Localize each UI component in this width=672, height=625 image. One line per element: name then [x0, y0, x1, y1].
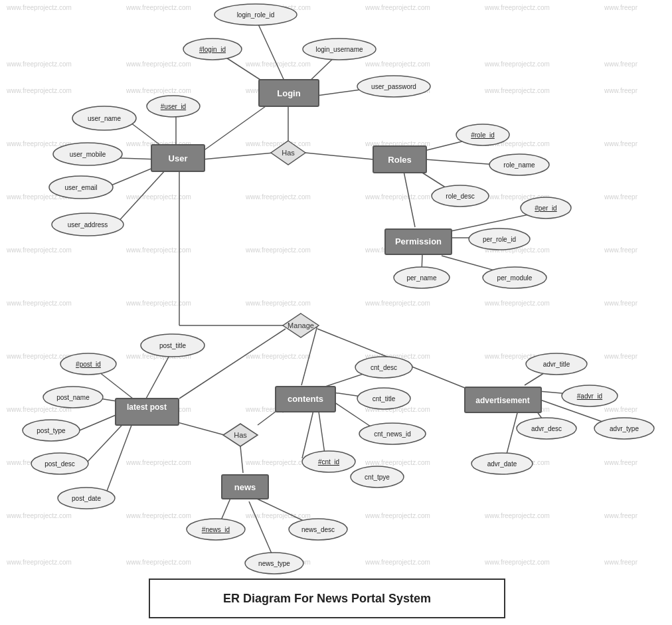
svg-text:www.freeprojectz.com: www.freeprojectz.com — [484, 559, 550, 566]
svg-line-72 — [256, 19, 287, 86]
svg-text:Has: Has — [234, 431, 247, 439]
svg-text:www.freeprojectz.com: www.freeprojectz.com — [484, 512, 550, 519]
svg-text:#login_id: #login_id — [199, 46, 226, 53]
svg-text:www.freeprojectz.com: www.freeprojectz.com — [365, 193, 430, 201]
svg-line-78 — [305, 153, 373, 159]
svg-text:www.freeprojectz.com: www.freeprojectz.com — [6, 87, 72, 94]
svg-text:www.freeprojectz.com: www.freeprojectz.com — [126, 4, 191, 11]
svg-text:www.freeprojectz.com: www.freeprojectz.com — [6, 4, 72, 11]
svg-text:latest post: latest post — [127, 402, 167, 412]
svg-text:user_address: user_address — [68, 221, 108, 228]
svg-text:www.freeprojectz.com: www.freeprojectz.com — [126, 60, 191, 68]
svg-text:www.freeprojectz.com: www.freeprojectz.com — [126, 559, 191, 566]
svg-text:post_date: post_date — [72, 495, 101, 502]
svg-line-79 — [203, 153, 274, 159]
svg-text:www.freeprojectz.com: www.freeprojectz.com — [6, 353, 72, 360]
svg-line-76 — [196, 103, 270, 156]
svg-text:www.freepr: www.freepr — [604, 300, 638, 307]
svg-text:login_username: login_username — [315, 46, 363, 53]
svg-text:www.freepr: www.freepr — [604, 193, 638, 201]
svg-text:User: User — [169, 153, 188, 163]
svg-text:www.freepr: www.freepr — [604, 353, 638, 360]
svg-text:www.freeprojectz.com: www.freeprojectz.com — [126, 193, 191, 201]
svg-text:user_mobile: user_mobile — [70, 151, 106, 158]
svg-text:www.freeprojectz.com: www.freeprojectz.com — [126, 246, 191, 254]
svg-text:www.freeprojectz.com: www.freeprojectz.com — [365, 512, 430, 519]
caption-box: ER Diagram For News Portal System — [149, 579, 505, 618]
svg-text:user_email: user_email — [65, 184, 98, 191]
svg-text:#news_id: #news_id — [202, 526, 230, 533]
svg-text:per_role_id: per_role_id — [483, 236, 516, 243]
svg-text:www.freeprojectz.com: www.freeprojectz.com — [245, 140, 311, 147]
svg-text:cnt_desc: cnt_desc — [371, 364, 397, 371]
svg-text:www.freeprojectz.com: www.freeprojectz.com — [365, 300, 430, 307]
svg-text:cnt_news_id: cnt_news_id — [374, 430, 411, 438]
svg-text:cnt_tpye: cnt_tpye — [365, 474, 390, 481]
svg-text:#advr_id: #advr_id — [577, 393, 602, 400]
svg-text:www.freeprojectz.com: www.freeprojectz.com — [365, 60, 430, 68]
svg-text:www.freeprojectz.com: www.freeprojectz.com — [245, 246, 311, 254]
svg-text:www.freeprojectz.com: www.freeprojectz.com — [245, 300, 311, 307]
svg-text:Permission: Permission — [395, 236, 442, 246]
svg-text:post_desc: post_desc — [44, 460, 75, 468]
svg-text:www.freeprojectz.com: www.freeprojectz.com — [6, 559, 72, 566]
svg-text:#per_id: #per_id — [535, 205, 556, 212]
svg-text:Has: Has — [282, 149, 295, 157]
svg-text:#role_id: #role_id — [471, 132, 495, 139]
svg-text:www.freeprojectz.com: www.freeprojectz.com — [126, 87, 191, 94]
svg-text:www.freeprojectz.com: www.freeprojectz.com — [6, 246, 72, 254]
svg-text:www.freepr: www.freepr — [604, 140, 638, 147]
svg-text:news_type: news_type — [258, 560, 290, 567]
svg-text:post_name: post_name — [56, 394, 90, 401]
svg-text:www.freepr: www.freepr — [604, 406, 638, 413]
svg-text:www.freeprojectz.com: www.freeprojectz.com — [365, 559, 430, 566]
svg-text:www.freeprojectz.com: www.freeprojectz.com — [245, 353, 311, 360]
svg-text:login_role_id: login_role_id — [237, 11, 275, 19]
svg-text:advertisement: advertisement — [475, 396, 529, 405]
svg-text:www.freeprojectz.com: www.freeprojectz.com — [365, 459, 430, 466]
svg-text:news: news — [234, 482, 256, 492]
svg-text:per_module: per_module — [497, 274, 533, 282]
svg-text:www.freeprojectz.com: www.freeprojectz.com — [126, 300, 191, 307]
svg-text:www.freeprojectz.com: www.freeprojectz.com — [484, 4, 550, 11]
caption-text: ER Diagram For News Portal System — [223, 592, 431, 606]
svg-text:user_password: user_password — [371, 83, 416, 90]
svg-text:advr_date: advr_date — [487, 460, 517, 468]
svg-text:www.freepr: www.freepr — [604, 559, 638, 566]
svg-text:www.freepr: www.freepr — [604, 87, 638, 94]
svg-text:www.freeprojectz.com: www.freeprojectz.com — [245, 193, 311, 201]
svg-text:post_title: post_title — [159, 342, 186, 349]
svg-text:advr_type: advr_type — [610, 425, 639, 432]
svg-text:role_name: role_name — [503, 161, 535, 169]
svg-text:www.freeprojectz.com: www.freeprojectz.com — [365, 4, 430, 11]
svg-text:advr_title: advr_title — [543, 361, 570, 368]
svg-text:www.freepr: www.freepr — [604, 459, 638, 466]
svg-text:advr_desc: advr_desc — [531, 425, 562, 432]
svg-text:#user_id: #user_id — [161, 103, 186, 110]
svg-text:www.freepr: www.freepr — [604, 60, 638, 68]
svg-text:Roles: Roles — [388, 155, 411, 165]
svg-line-110 — [240, 446, 243, 473]
svg-text:Login: Login — [277, 88, 300, 98]
svg-text:user_name: user_name — [88, 115, 121, 122]
svg-text:www.freeprojectz.com: www.freeprojectz.com — [484, 87, 550, 94]
svg-text:www.freeprojectz.com: www.freeprojectz.com — [126, 459, 191, 466]
svg-text:contents: contents — [288, 394, 323, 404]
svg-text:per_name: per_name — [406, 274, 436, 282]
svg-text:www.freeprojectz.com: www.freeprojectz.com — [484, 60, 550, 68]
svg-text:post_type: post_type — [37, 427, 66, 434]
svg-text:www.freeprojectz.com: www.freeprojectz.com — [6, 300, 72, 307]
svg-line-86 — [425, 159, 497, 165]
svg-text:www.freepr: www.freepr — [604, 4, 638, 11]
svg-text:news_desc: news_desc — [301, 526, 335, 533]
svg-text:www.freeprojectz.com: www.freeprojectz.com — [126, 512, 191, 519]
svg-text:www.freeprojectz.com: www.freeprojectz.com — [484, 300, 550, 307]
svg-text:Manage: Manage — [288, 321, 314, 329]
svg-text:www.freepr: www.freepr — [604, 246, 638, 254]
svg-line-108 — [302, 410, 313, 458]
svg-text:www.freeprojectz.com: www.freeprojectz.com — [6, 512, 72, 519]
svg-text:#post_id: #post_id — [76, 361, 101, 368]
svg-text:www.freeprojectz.com: www.freeprojectz.com — [6, 60, 72, 68]
svg-text:role_desc: role_desc — [446, 193, 474, 200]
svg-line-114 — [249, 501, 274, 558]
